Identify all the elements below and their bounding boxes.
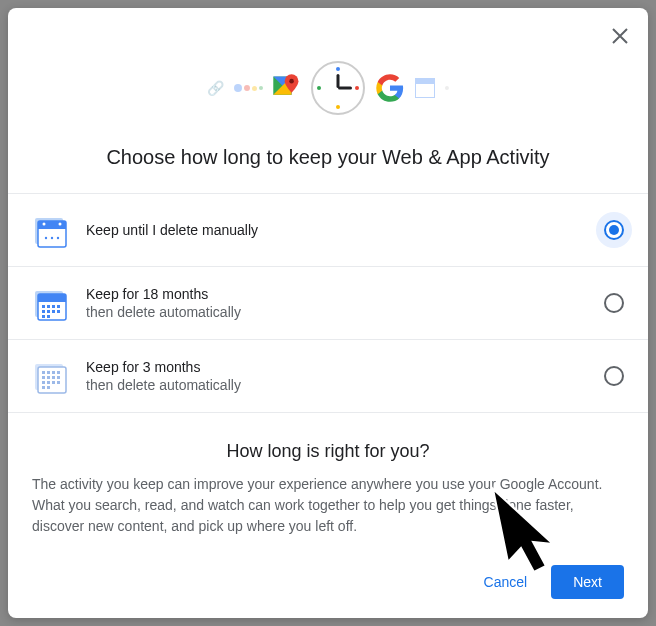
svg-rect-26: [38, 367, 66, 393]
svg-rect-21: [52, 310, 55, 313]
svg-rect-15: [42, 305, 45, 308]
cancel-button[interactable]: Cancel: [472, 566, 540, 598]
option-title: Keep until I delete manually: [86, 222, 586, 238]
svg-rect-29: [52, 371, 55, 374]
svg-rect-40: [47, 386, 50, 389]
svg-rect-19: [42, 310, 45, 313]
svg-point-8: [59, 223, 62, 226]
option-keep-3-months[interactable]: Keep for 3 months then delete automatica…: [8, 340, 648, 413]
dialog-header: 🔗 • Choose how long to keep your Web & A…: [8, 8, 648, 193]
svg-point-11: [57, 237, 59, 239]
assistant-icon: [234, 84, 263, 92]
option-subtitle: then delete automatically: [86, 304, 586, 320]
svg-point-10: [51, 237, 53, 239]
svg-rect-27: [42, 371, 45, 374]
svg-rect-35: [42, 381, 45, 384]
radio-selected[interactable]: [604, 220, 624, 240]
svg-rect-22: [57, 310, 60, 313]
option-text: Keep for 18 months then delete automatic…: [86, 286, 586, 320]
google-g-icon: [375, 73, 405, 103]
svg-rect-28: [47, 371, 50, 374]
svg-rect-31: [42, 376, 45, 379]
clock-icon: [311, 61, 365, 115]
svg-rect-24: [47, 315, 50, 318]
info-body: The activity you keep can improve your e…: [32, 474, 624, 537]
svg-rect-20: [47, 310, 50, 313]
svg-rect-39: [42, 386, 45, 389]
svg-point-3: [289, 79, 294, 84]
option-text: Keep until I delete manually: [86, 222, 586, 238]
next-button[interactable]: Next: [551, 565, 624, 599]
svg-rect-34: [57, 376, 60, 379]
svg-rect-38: [57, 381, 60, 384]
close-button[interactable]: [608, 24, 632, 48]
svg-rect-33: [52, 376, 55, 379]
svg-point-9: [45, 237, 47, 239]
svg-rect-17: [52, 305, 55, 308]
option-subtitle: then delete automatically: [86, 377, 586, 393]
svg-rect-36: [47, 381, 50, 384]
svg-rect-14: [38, 294, 66, 302]
option-title: Keep for 18 months: [86, 286, 586, 302]
calendar-manual-icon: [32, 212, 68, 248]
misc-icon: •: [445, 80, 450, 96]
svg-rect-16: [47, 305, 50, 308]
dialog-footer: Cancel Next: [8, 553, 648, 619]
calendar-18-icon: [32, 285, 68, 321]
radio-unselected[interactable]: [604, 366, 624, 386]
close-icon: [612, 28, 628, 44]
calendar-small-icon: [415, 78, 435, 98]
svg-rect-37: [52, 381, 55, 384]
option-title: Keep for 3 months: [86, 359, 586, 375]
svg-rect-30: [57, 371, 60, 374]
info-section: How long is right for you? The activity …: [8, 413, 648, 553]
dialog-title: Choose how long to keep your Web & App A…: [28, 146, 628, 169]
calendar-3-icon: [32, 358, 68, 394]
retention-dialog: 🔗 • Choose how long to keep your Web & A…: [8, 8, 648, 618]
svg-point-7: [43, 223, 46, 226]
link-icon: 🔗: [207, 80, 224, 96]
product-icon-row: 🔗 •: [28, 58, 628, 118]
option-keep-manual[interactable]: Keep until I delete manually: [8, 194, 648, 267]
option-keep-18-months[interactable]: Keep for 18 months then delete automatic…: [8, 267, 648, 340]
maps-icon: [273, 72, 301, 104]
info-heading: How long is right for you?: [32, 441, 624, 462]
option-text: Keep for 3 months then delete automatica…: [86, 359, 586, 393]
svg-rect-18: [57, 305, 60, 308]
svg-rect-23: [42, 315, 45, 318]
retention-options: Keep until I delete manually Keep for 18…: [8, 193, 648, 413]
radio-unselected[interactable]: [604, 293, 624, 313]
svg-rect-32: [47, 376, 50, 379]
svg-rect-6: [38, 221, 66, 229]
